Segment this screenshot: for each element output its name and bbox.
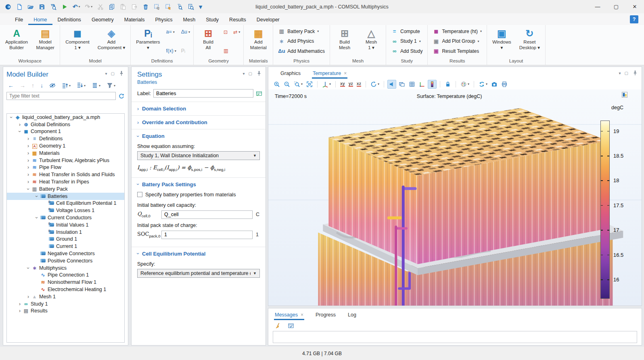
section-header[interactable]: › Battery Pack Settings (132, 178, 266, 191)
component-1-button[interactable]: ◼Component1 ▾ (63, 26, 92, 58)
tree-node[interactable]: ≋Nonisothermal Flow 1 (7, 279, 124, 286)
save-button[interactable] (37, 2, 47, 11)
build-all-button[interactable]: ⊞BuildAll (196, 26, 220, 58)
chevron-down-icon[interactable]: › (34, 215, 40, 221)
save-as-button[interactable] (48, 2, 58, 11)
rename-icon[interactable] (256, 90, 262, 97)
tree-node[interactable]: ∿Electrochemical Heating 1 (7, 286, 124, 293)
menu-definitions[interactable]: Definitions (52, 15, 86, 25)
pin-panel-icon[interactable] (632, 70, 638, 76)
tree-node[interactable]: ›▤Results (7, 308, 124, 315)
refresh-icon[interactable] (118, 93, 125, 99)
section-header[interactable]: › Cell Equilibrium Potential (132, 247, 266, 260)
show-grid-button[interactable] (408, 80, 416, 89)
section-header[interactable]: › Domain Selection (132, 102, 266, 115)
clear-selection-button[interactable] (163, 2, 173, 11)
chevron-down-icon[interactable]: › (17, 129, 23, 134)
chevron-right-icon[interactable]: › (25, 136, 31, 142)
tree-node[interactable]: DInitial Values 1 (7, 221, 124, 229)
tree-node[interactable]: ›Batteries (7, 193, 124, 200)
import-geometry-button[interactable]: ⊡ (224, 29, 228, 35)
expand-all-button[interactable]: ▾ (60, 81, 72, 90)
chevron-right-icon[interactable]: › (17, 308, 23, 314)
comsol-logo-icon[interactable] (3, 2, 13, 11)
chevron-down-icon[interactable]: › (25, 186, 31, 192)
cut-button[interactable] (96, 2, 105, 11)
show-button[interactable] (48, 81, 57, 90)
soc-input[interactable] (161, 231, 253, 239)
message-log-table-button[interactable] (286, 321, 296, 330)
zoom-in-button[interactable] (272, 80, 281, 89)
scene-light-button[interactable] (397, 80, 406, 89)
tab-graphics[interactable]: Graphics (280, 69, 301, 79)
open-file-button[interactable] (26, 2, 36, 11)
menu-file[interactable]: File (10, 15, 28, 25)
tree-node[interactable]: DInsulation 1 (7, 229, 124, 236)
delete-button[interactable] (141, 2, 151, 11)
clear-messages-button[interactable] (273, 321, 283, 330)
paste-button[interactable] (118, 2, 128, 11)
chevron-down-icon[interactable]: › (8, 114, 14, 120)
view-xy-button[interactable]: xy (339, 80, 346, 88)
menu-developer[interactable]: Developer (251, 15, 285, 25)
collapse-panel-icon[interactable]: ▾ (619, 71, 621, 75)
update-plot-button[interactable]: ▾ (477, 80, 489, 89)
study-1-button[interactable]: ∞Study 1▾ (389, 38, 424, 45)
application-builder-button[interactable]: AApplicationBuilder (2, 26, 31, 58)
find-button[interactable] (175, 2, 184, 11)
functions-button[interactable]: f(x)▾ (166, 48, 176, 54)
tree-node[interactable]: Current 1 (7, 243, 124, 250)
go-back-button[interactable]: ← (6, 81, 15, 90)
tree-node[interactable]: Ground 1 (7, 236, 124, 243)
chevron-right-icon[interactable]: › (25, 158, 31, 163)
specify-dropdown[interactable]: Reference equilibrium potential and temp… (137, 269, 260, 278)
help-button[interactable]: ? (630, 15, 638, 23)
build-mesh-button[interactable]: ⊞BuildMesh (332, 26, 357, 58)
plot-indicator-icon[interactable] (621, 92, 628, 98)
collapse-panel-icon[interactable]: ▾ (105, 71, 107, 76)
box-select-button[interactable] (152, 2, 162, 11)
equation-assumption-dropdown[interactable]: Study 1, Wall Distance Initialization ▼ (137, 151, 260, 160)
chevron-down-icon[interactable]: › (34, 194, 40, 199)
float-panel-icon[interactable]: ▢ (249, 71, 252, 76)
chevron-right-icon[interactable]: › (25, 164, 31, 170)
chevron-right-icon[interactable]: › (25, 143, 31, 149)
zoom-extents-button[interactable] (305, 80, 314, 89)
tree-node[interactable]: ›▦Materials (7, 150, 124, 157)
qat-customize-chevron[interactable]: ▾ (197, 2, 204, 11)
rotate-view-button[interactable]: ▾ (369, 80, 381, 89)
section-header[interactable]: › Equation (132, 129, 266, 143)
add-physics-button[interactable]: ∗Add Physics (276, 38, 326, 45)
view-yz-button[interactable]: yz (347, 80, 354, 88)
close-button[interactable]: ✕ (625, 0, 644, 13)
new-file-button[interactable] (15, 2, 24, 11)
default-view-button[interactable]: ▾ (321, 80, 332, 89)
run-button[interactable] (60, 2, 69, 11)
tree-node[interactable]: ›▲Mesh 1 (7, 293, 124, 300)
tree-node[interactable]: ›Current Conductors (7, 214, 124, 221)
tab-log[interactable]: Log (347, 310, 357, 320)
tree-node[interactable]: Negative Connectors (7, 250, 124, 257)
chevron-right-icon[interactable]: › (25, 150, 31, 156)
search-button[interactable] (186, 2, 196, 11)
temperature-ht-button[interactable]: ◼Temperature (ht)▾ (431, 28, 483, 35)
livelink-button[interactable]: ⇄▾ (233, 29, 240, 35)
tree-node[interactable]: ›≡Definitions (7, 135, 124, 142)
pin-panel-icon[interactable] (256, 70, 262, 77)
move-down-button[interactable]: ↓ (39, 81, 45, 90)
copy-button[interactable] (107, 2, 117, 11)
tree-node[interactable]: ›AGeometry 1 (7, 142, 124, 150)
pin-panel-icon[interactable] (118, 70, 125, 77)
tree-filter-input[interactable] (6, 92, 116, 100)
chevron-right-icon[interactable]: › (25, 179, 31, 185)
view-xz-button[interactable]: xz (355, 80, 362, 88)
close-tab-icon[interactable]: × (301, 312, 303, 318)
tree-node[interactable]: ›◈liquid_cooled_battery_pack_a.mph (7, 114, 124, 121)
tab-messages[interactable]: Messages× (274, 310, 304, 320)
mesh-1-button[interactable]: △Mesh1 ▾ (359, 26, 383, 58)
menu-physics[interactable]: Physics (150, 15, 178, 25)
menu-home[interactable]: Home (28, 15, 52, 25)
menu-study[interactable]: Study (201, 15, 224, 25)
variables-button[interactable]: a=▾ (166, 29, 176, 35)
graphics-canvas[interactable]: Time=72000 s Surface: Temperature (degC)… (268, 89, 642, 306)
